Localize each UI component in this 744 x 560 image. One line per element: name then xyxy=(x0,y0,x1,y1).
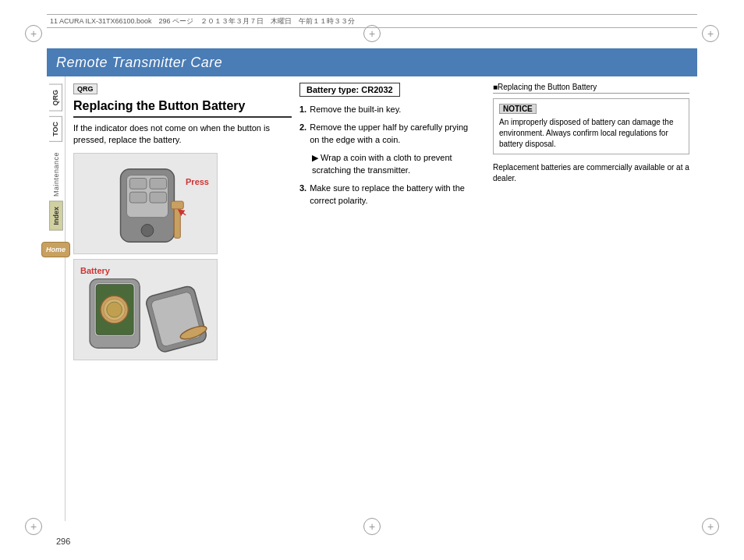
main-content: QRG TOC Maintenance Index Home QRG Repla… xyxy=(47,76,697,521)
sidebar-tab-index[interactable]: Index xyxy=(49,201,63,231)
svg-rect-3 xyxy=(129,178,147,189)
keyfob-image-2-container: Battery xyxy=(73,259,292,360)
step-3: 3. Make sure to replace the battery with… xyxy=(299,182,479,207)
keyfob-image-1: Press xyxy=(73,153,218,254)
reg-mark-tl xyxy=(25,25,42,42)
step-3-text: Make sure to replace the battery with th… xyxy=(310,182,479,207)
sidebar-tab-toc[interactable]: TOC xyxy=(49,116,62,142)
section-title: Replacing the Button Battery xyxy=(73,99,292,118)
left-sidebar: QRG TOC Maintenance Index Home xyxy=(47,76,66,521)
step-1-text: Remove the built-in key. xyxy=(310,103,401,116)
press-label: Press xyxy=(186,177,209,186)
svg-rect-5 xyxy=(129,192,147,203)
qrg-badge: QRG xyxy=(73,83,97,94)
right-section-title: ■Replacing the Button Battery xyxy=(493,83,689,94)
step-2-sub: ▶ Wrap a coin with a cloth to prevent sc… xyxy=(312,151,479,177)
right-column: ■Replacing the Button Battery NOTICE An … xyxy=(487,83,689,515)
step-1-num: 1. xyxy=(299,103,306,116)
reg-mark-br xyxy=(702,518,719,535)
header-bar: Remote Transmitter Care xyxy=(47,48,697,76)
steps-list: 1. Remove the built-in key. 2. Remove th… xyxy=(299,103,479,207)
step-1: 1. Remove the built-in key. xyxy=(299,103,479,116)
keyfob-svg-1 xyxy=(74,154,217,253)
content-area: QRG Replacing the Button Battery If the … xyxy=(66,76,697,521)
svg-point-14 xyxy=(107,302,122,317)
step-2: 2. Remove the upper half by carefully pr… xyxy=(299,121,479,177)
middle-column: Battery type: CR2032 1. Remove the built… xyxy=(299,83,479,515)
top-bar-text: 11 ACURA ILX-31TX66100.book 296 ページ ２０１３… xyxy=(50,16,355,27)
intro-text: If the indicator does not come on when t… xyxy=(73,122,292,147)
reg-mark-tr xyxy=(702,25,719,42)
reg-mark-bl xyxy=(25,518,42,535)
keyfob-image-1-container: Press xyxy=(73,153,292,254)
notice-label: NOTICE xyxy=(499,104,537,114)
notice-box: NOTICE An improperly disposed of battery… xyxy=(493,98,689,154)
step-2-sub-text: ▶ Wrap a coin with a cloth to prevent sc… xyxy=(312,151,479,177)
svg-rect-6 xyxy=(150,192,167,203)
battery-type-box: Battery type: CR2032 xyxy=(299,83,400,97)
keyfob-image-2: Battery xyxy=(73,259,218,360)
svg-rect-4 xyxy=(150,178,167,189)
step-2-text: Remove the upper half by carefully pryin… xyxy=(310,121,479,147)
step-3-num: 3. xyxy=(299,182,306,207)
notice-text: An improperly disposed of battery can da… xyxy=(499,117,683,150)
sidebar-tab-qrg[interactable]: QRG xyxy=(49,84,62,112)
page-number: 296 xyxy=(56,537,70,546)
top-bar: 11 ACURA ILX-31TX66100.book 296 ページ ２０１３… xyxy=(47,14,697,28)
svg-rect-8 xyxy=(171,201,183,209)
left-column: QRG Replacing the Button Battery If the … xyxy=(73,83,292,515)
maintenance-label: Maintenance xyxy=(52,152,60,197)
header-title: Remote Transmitter Care xyxy=(56,55,222,71)
replacement-text: Replacement batteries are commercially a… xyxy=(493,162,689,184)
step-2-num: 2. xyxy=(299,121,306,147)
svg-point-2 xyxy=(141,224,154,236)
battery-label: Battery xyxy=(80,266,110,275)
